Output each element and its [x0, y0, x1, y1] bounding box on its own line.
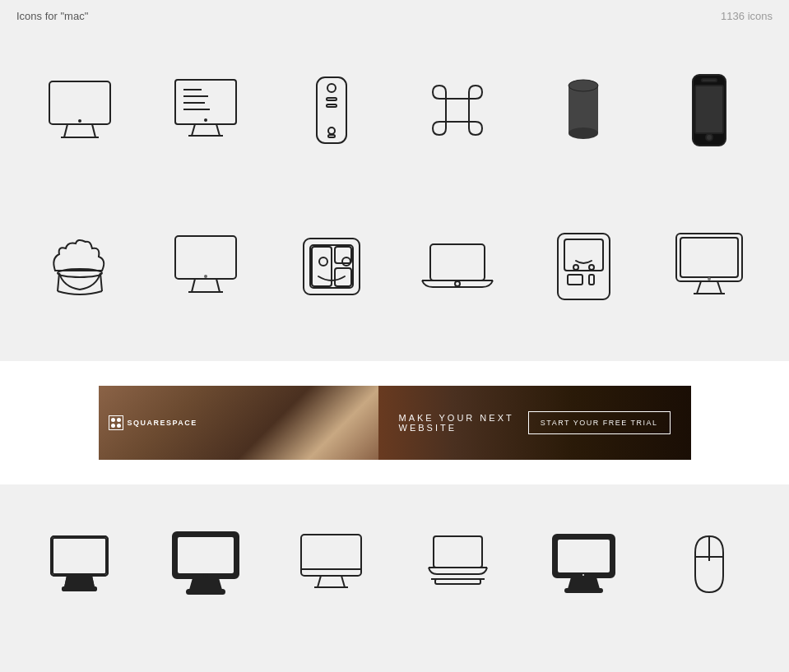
icon-imac-simple[interactable] [152, 213, 259, 320]
svg-line-55 [717, 281, 722, 294]
ad-banner-image: SQUARESPACE [99, 386, 378, 460]
ad-text-section: MAKE YOUR NEXT WEBSITE START YOUR FREE T… [378, 411, 691, 434]
icon-popcorn-bowl[interactable] [26, 213, 133, 320]
icon-monitor-filled-sm[interactable] [26, 509, 133, 616]
svg-line-10 [192, 124, 195, 136]
icon-mac-pro-tower[interactable] [278, 57, 385, 164]
svg-point-27 [706, 134, 712, 141]
svg-line-11 [216, 124, 220, 136]
svg-rect-61 [53, 538, 106, 574]
icons-row-4 [0, 657, 789, 672]
svg-rect-80 [557, 539, 610, 573]
icon-grid-row4 [16, 657, 773, 672]
page-title: Icons for "mac" [16, 10, 88, 22]
svg-rect-21 [569, 86, 598, 133]
svg-point-45 [455, 281, 460, 286]
svg-point-51 [589, 265, 594, 270]
svg-marker-67 [190, 578, 221, 590]
icon-imac-alt[interactable] [404, 665, 511, 672]
svg-point-15 [327, 84, 336, 92]
svg-line-29 [58, 273, 59, 291]
svg-rect-66 [177, 536, 234, 574]
svg-point-22 [569, 127, 598, 139]
svg-line-1 [64, 124, 67, 137]
icons-row-3 [0, 484, 789, 657]
icon-command-key[interactable] [404, 57, 511, 164]
svg-point-4 [78, 119, 81, 123]
svg-rect-43 [430, 244, 485, 280]
icon-macbook-open[interactable] [404, 213, 511, 320]
svg-point-69 [204, 574, 207, 577]
svg-point-35 [204, 275, 207, 278]
svg-rect-49 [589, 275, 594, 285]
ad-section: SQUARESPACE MAKE YOUR NEXT WEBSITE START… [0, 361, 789, 484]
ad-cta-button[interactable]: START YOUR FREE TRIAL [528, 411, 671, 434]
icon-imac-large-filled[interactable] [152, 509, 259, 616]
icon-mac-pro-imac-combo[interactable] [656, 665, 763, 672]
icon-imac-display-outline[interactable] [656, 213, 763, 320]
sq-dot-2 [117, 418, 121, 422]
icon-imac-filled-dark[interactable] [530, 509, 637, 616]
icon-laptop-stacked[interactable] [404, 509, 511, 616]
icon-grid-row3 [16, 501, 773, 641]
ad-tagline: MAKE YOUR NEXT WEBSITE [399, 413, 528, 433]
svg-line-72 [318, 576, 321, 587]
svg-rect-26 [695, 86, 723, 133]
icon-mac-classic[interactable] [530, 213, 637, 320]
sq-dot-4 [117, 424, 121, 428]
squarespace-logo-text: SQUARESPACE [128, 419, 197, 427]
icon-count: 1136 icons [721, 10, 773, 22]
squarespace-logo: SQUARESPACE [109, 415, 197, 430]
header: Icons for "mac" 1136 icons [0, 0, 789, 32]
icon-iphone-silhouette[interactable] [656, 57, 763, 164]
svg-rect-78 [435, 579, 480, 584]
icon-imac-outline-2[interactable] [152, 665, 259, 672]
icon-imac-outline[interactable] [26, 57, 133, 164]
svg-point-50 [573, 265, 578, 270]
icon-grid-row2 [16, 205, 773, 345]
icons-row-2 [0, 205, 789, 361]
svg-rect-17 [327, 104, 336, 107]
icon-finder-face[interactable] [278, 213, 385, 320]
svg-rect-52 [676, 234, 742, 281]
svg-rect-19 [328, 135, 335, 137]
icon-command-key-2[interactable] [26, 665, 133, 672]
svg-rect-68 [187, 590, 225, 594]
icon-grid-row1 [16, 49, 773, 188]
svg-rect-16 [327, 98, 336, 100]
svg-rect-48 [568, 275, 582, 285]
svg-marker-63 [65, 576, 94, 587]
svg-point-83 [582, 573, 585, 577]
svg-line-54 [697, 281, 701, 294]
icon-mac-pro-cylinder[interactable] [530, 57, 637, 164]
svg-rect-25 [702, 79, 717, 81]
svg-marker-81 [569, 577, 599, 589]
svg-rect-82 [565, 589, 602, 592]
sq-dot-3 [111, 424, 115, 428]
svg-rect-64 [63, 587, 96, 591]
ad-banner: SQUARESPACE MAKE YOUR NEXT WEBSITE START… [99, 386, 691, 460]
svg-rect-31 [175, 236, 236, 279]
icon-monitor-outline-lg[interactable] [278, 509, 385, 616]
icons-row-1 [0, 32, 789, 205]
svg-rect-0 [49, 81, 110, 124]
icon-macbook-outline[interactable] [278, 665, 385, 672]
svg-line-73 [341, 576, 345, 587]
sq-dot-1 [111, 418, 115, 422]
svg-rect-75 [434, 536, 482, 568]
icon-mac-pro-tower-2[interactable] [530, 665, 637, 672]
svg-line-33 [216, 279, 220, 292]
svg-point-18 [328, 127, 335, 134]
svg-line-2 [92, 124, 95, 137]
svg-point-13 [204, 118, 207, 122]
svg-rect-53 [680, 238, 738, 277]
svg-line-30 [100, 273, 102, 291]
icon-mouse-outline[interactable] [656, 509, 763, 616]
svg-rect-46 [558, 234, 610, 299]
svg-rect-47 [564, 239, 603, 271]
svg-point-41 [319, 257, 327, 266]
svg-line-32 [192, 279, 195, 292]
svg-point-57 [708, 277, 711, 280]
icon-imac-striped[interactable] [152, 57, 259, 164]
squarespace-icon [109, 415, 123, 430]
